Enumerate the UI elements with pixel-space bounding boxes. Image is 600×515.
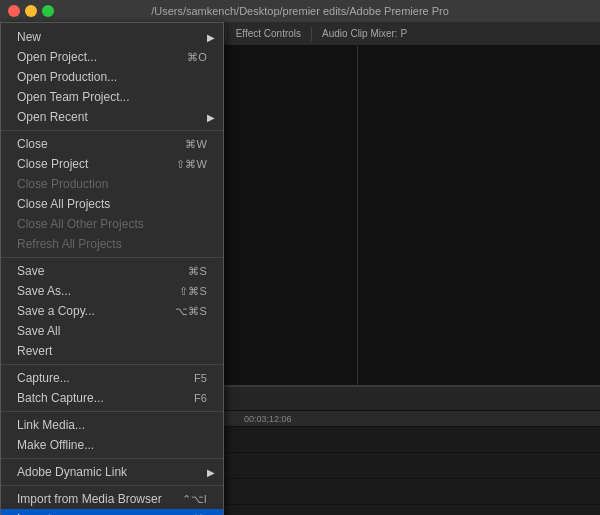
tab-divider-2	[311, 27, 312, 41]
window-title: /Users/samkench/Desktop/premier edits/Ad…	[151, 5, 449, 17]
submenu-arrow-icon-2: ▶	[207, 112, 215, 123]
time-marker-3: 00:03;12:06	[244, 414, 292, 424]
menu-item-close-production: Close Production	[1, 174, 223, 194]
menu-item-open-team-project[interactable]: Open Team Project...	[1, 87, 223, 107]
menu-item-close[interactable]: Close ⌘W	[1, 134, 223, 154]
menu-item-import[interactable]: Import... ⌘I	[1, 509, 223, 515]
window-controls[interactable]	[8, 5, 54, 17]
menu-item-save-as[interactable]: Save As... ⇧⌘S	[1, 281, 223, 301]
menu-item-close-project[interactable]: Close Project ⇧⌘W	[1, 154, 223, 174]
menu-separator-1	[1, 130, 223, 131]
maximize-window-button[interactable]	[42, 5, 54, 17]
menu-item-capture[interactable]: Capture... F5	[1, 368, 223, 388]
menu-item-link-media[interactable]: Link Media...	[1, 415, 223, 435]
menu-item-close-all-projects[interactable]: Close All Projects	[1, 194, 223, 214]
menu-separator-4	[1, 411, 223, 412]
menu-item-save-all[interactable]: Save All	[1, 321, 223, 341]
menu-item-refresh-all: Refresh All Projects	[1, 234, 223, 254]
menu-item-new[interactable]: New ▶	[1, 27, 223, 47]
file-menu-popup: New ▶ Open Project... ⌘O Open Production…	[0, 22, 224, 515]
title-bar: /Users/samkench/Desktop/premier edits/Ad…	[0, 0, 600, 22]
menu-item-open-production[interactable]: Open Production...	[1, 67, 223, 87]
menu-item-open-project[interactable]: Open Project... ⌘O	[1, 47, 223, 67]
menu-item-import-media-browser[interactable]: Import from Media Browser ⌃⌥I	[1, 489, 223, 509]
menu-item-save-copy[interactable]: Save a Copy... ⌥⌘S	[1, 301, 223, 321]
menu-item-save[interactable]: Save ⌘S	[1, 261, 223, 281]
minimize-window-button[interactable]	[25, 5, 37, 17]
submenu-arrow-icon-3: ▶	[207, 467, 215, 478]
close-window-button[interactable]	[8, 5, 20, 17]
menu-item-make-offline[interactable]: Make Offline...	[1, 435, 223, 455]
menu-separator-3	[1, 364, 223, 365]
menu-item-revert[interactable]: Revert	[1, 341, 223, 361]
tab-divider	[225, 27, 226, 41]
tab-audio-clip-mixer[interactable]: Audio Clip Mixer: P	[314, 24, 415, 44]
menu-separator-2	[1, 257, 223, 258]
file-menu: New ▶ Open Project... ⌘O Open Production…	[0, 22, 224, 515]
menu-separator-6	[1, 485, 223, 486]
menu-separator-5	[1, 458, 223, 459]
menu-item-batch-capture[interactable]: Batch Capture... F6	[1, 388, 223, 408]
menu-item-adobe-dynamic-link[interactable]: Adobe Dynamic Link ▶	[1, 462, 223, 482]
submenu-arrow-icon: ▶	[207, 32, 215, 43]
menu-item-open-recent[interactable]: Open Recent ▶	[1, 107, 223, 127]
menu-item-close-all-other: Close All Other Projects	[1, 214, 223, 234]
tab-effect-controls[interactable]: Effect Controls	[228, 24, 309, 44]
